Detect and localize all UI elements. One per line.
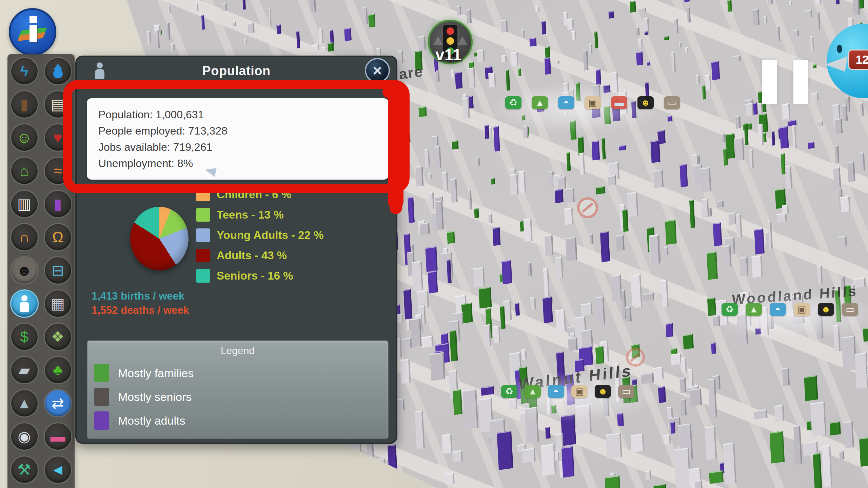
info-i-icon	[29, 25, 37, 42]
building	[521, 29, 525, 38]
building	[754, 228, 765, 255]
building	[418, 36, 426, 50]
building	[362, 7, 368, 25]
person-icon	[95, 62, 104, 79]
chirper-notification-badge[interactable]: 12	[848, 49, 868, 70]
building	[497, 431, 514, 470]
building	[310, 0, 316, 13]
building	[563, 91, 570, 97]
building	[817, 12, 821, 30]
building	[665, 219, 676, 245]
sidebar-item-traffic[interactable]: ▥	[10, 190, 39, 218]
building	[589, 43, 593, 54]
building	[435, 200, 444, 230]
panel-header[interactable]: Population ×	[77, 57, 396, 85]
population-panel: Population × Population: 1,000,631 Peopl…	[75, 56, 397, 444]
sidebar-item-population[interactable]	[10, 289, 39, 318]
building	[388, 444, 397, 475]
building	[493, 126, 500, 152]
panel-title: Population	[202, 64, 270, 78]
building	[835, 145, 840, 163]
building	[564, 112, 567, 117]
sidebar-item-maintenance[interactable]: ⚒	[10, 455, 39, 484]
sidebar-item-heightmap[interactable]: ▲	[10, 389, 39, 418]
sidebar-item-terrain[interactable]: ▰	[10, 356, 39, 384]
building	[734, 137, 744, 161]
building	[603, 393, 610, 416]
building	[776, 212, 787, 222]
building	[216, 455, 224, 476]
sidebar-item-city-levels[interactable]: ▦	[44, 289, 72, 318]
building	[418, 106, 427, 117]
age-swatch	[196, 269, 210, 283]
sidebar-item-electricity[interactable]: ϟ	[10, 57, 39, 85]
building	[541, 444, 556, 476]
stat-jobs: Jobs available: 719,261	[98, 139, 377, 155]
sidebar-item-traffic-routes[interactable]: ⇄	[44, 389, 72, 418]
building	[521, 349, 527, 360]
building	[630, 0, 636, 12]
building	[530, 297, 536, 310]
sidebar-item-garbage[interactable]: ▮	[10, 90, 39, 119]
legend-row: Mostly adults	[94, 410, 388, 431]
sidebar-item-water[interactable]	[44, 57, 72, 85]
sidebar-item-noise-pollution[interactable]: ∩	[10, 223, 39, 251]
building	[645, 470, 651, 480]
building	[468, 189, 472, 210]
sidebar-item-tourism-income[interactable]: $	[10, 323, 39, 351]
info-views-button[interactable]	[9, 8, 56, 56]
building	[268, 452, 277, 488]
sidebar-item-fishing[interactable]: ◄	[44, 455, 72, 484]
sidebar-item-education[interactable]: ▤	[44, 90, 72, 119]
building	[674, 18, 678, 34]
sidebar-item-resources-view[interactable]: ❖	[44, 323, 72, 351]
building	[452, 140, 458, 149]
building	[617, 412, 624, 426]
building	[785, 165, 792, 189]
legend-rows: Mostly familiesMostly seniorsMostly adul…	[94, 363, 388, 431]
chirper-eye-icon	[837, 45, 842, 53]
building	[853, 0, 860, 15]
building	[636, 52, 644, 66]
sidebar-item-public-transport[interactable]: ⊟	[44, 256, 72, 285]
building	[842, 105, 848, 121]
building	[611, 72, 619, 94]
building	[555, 256, 564, 279]
sidebar-item-natural-resources[interactable]: ▮	[44, 190, 72, 218]
sidebar-item-happiness[interactable]: ☺	[10, 123, 39, 152]
sidebar-item-wind[interactable]: ≈	[44, 157, 72, 185]
building	[860, 102, 864, 116]
sidebar-item-crime[interactable]: ☻	[10, 256, 39, 285]
building	[711, 342, 716, 354]
building	[561, 446, 574, 478]
building	[415, 166, 423, 186]
building	[713, 315, 720, 326]
sidebar-item-fire-safety[interactable]: Ω	[44, 223, 72, 251]
sidebar-item-intercity-transport[interactable]: ▬	[44, 422, 72, 451]
building	[716, 200, 724, 208]
building	[848, 162, 855, 182]
sidebar-item-land-value[interactable]: ⌂	[10, 157, 39, 185]
building	[631, 385, 638, 403]
building	[683, 334, 694, 349]
building	[733, 55, 741, 61]
building	[344, 28, 352, 41]
building	[488, 72, 496, 87]
close-button[interactable]: ×	[365, 58, 390, 83]
building	[653, 484, 667, 488]
building	[248, 22, 255, 33]
building	[674, 448, 691, 488]
chirper-button[interactable]: 12	[827, 24, 868, 98]
sidebar-item-tourism[interactable]: ◉	[10, 422, 39, 451]
building	[754, 409, 768, 420]
building	[844, 285, 851, 308]
building	[403, 289, 412, 320]
sidebar-item-parks[interactable]: ♣	[44, 356, 72, 384]
building	[625, 306, 632, 322]
sidebar-item-health[interactable]: ♥	[44, 123, 72, 152]
building	[853, 277, 866, 288]
building	[146, 30, 151, 45]
building	[616, 235, 625, 251]
building	[789, 1, 792, 5]
building	[645, 31, 648, 35]
